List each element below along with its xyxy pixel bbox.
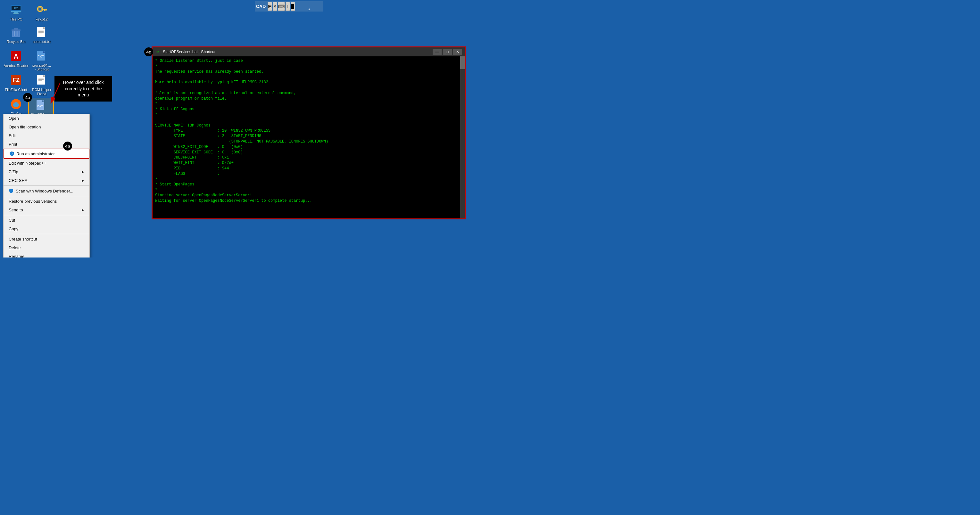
context-menu-7zip[interactable]: 7-Zip ▶ [3, 168, 89, 176]
separator-3 [3, 215, 89, 215]
context-menu-scan-defender[interactable]: Scan with Windows Defender... [3, 186, 89, 195]
notes-label: notes.txt.txt [33, 40, 51, 44]
terminal-titlebar: C:\ StartOPServices.bat - Shortcut — □ ✕ [153, 48, 465, 56]
shield-icon: ✓ [9, 151, 14, 156]
step-4a-bubble: 4a [23, 93, 32, 102]
terminal-title-text: StartOPServices.bat - Shortcut [163, 50, 430, 54]
bat-icon: BAT [35, 99, 48, 112]
context-menu-run-as-admin[interactable]: ✓ Run as administrator [3, 149, 89, 159]
context-menu-open-file-location[interactable]: Open file location [3, 123, 89, 131]
acrobat-icon: A [10, 50, 22, 62]
filezilla-icon: FZ [10, 74, 22, 87]
svg-rect-9 [46, 10, 46, 11]
procexp-label: procexp64....- Shortcut [32, 64, 51, 71]
desktop-icon-recycle[interactable]: Recycle Bin [3, 25, 29, 44]
defender-icon [9, 188, 14, 193]
firefox-icon [10, 98, 22, 111]
desktop-icon-procexp[interactable]: EXE procexp64....- Shortcut [29, 50, 54, 71]
step-4c-bubble: 4c [144, 48, 153, 56]
svg-rect-3 [13, 13, 19, 14]
toolbar-btn-3[interactable]: ⌨ [278, 2, 285, 11]
toolbar-btn-2[interactable]: ✕ [273, 2, 277, 11]
svg-text:A: A [14, 53, 18, 60]
terminal-controls: — □ ✕ [433, 49, 462, 55]
terminal-content: * Oracle Listener Start...just in case *… [155, 58, 462, 204]
computer-icon: PC [10, 3, 22, 16]
filezilla-label: FileZilla Client [5, 88, 27, 92]
run-as-admin-label: Run as administrator [16, 152, 55, 156]
context-menu-edit[interactable]: Edit [3, 131, 89, 140]
svg-text:PC: PC [14, 7, 18, 10]
instruction-arrow [48, 79, 64, 111]
acrobat-label: Acrobat Reader [3, 64, 28, 68]
submenu-arrow-crc: ▶ [82, 179, 84, 182]
top-toolbar: CAD ⊞ ✕ ⌨ I ▊ ∧ [255, 1, 323, 11]
text-file-icon [35, 25, 48, 38]
context-menu-delete[interactable]: Delete [3, 243, 89, 252]
context-menu-edit-notepad[interactable]: Edit with Notepad++ [3, 159, 89, 168]
context-menu-create-shortcut[interactable]: Create shortcut [3, 235, 89, 243]
recycle-bin-icon [10, 25, 22, 38]
terminal-scrollbar[interactable] [460, 56, 465, 219]
context-menu-send-to[interactable]: Send to ▶ [3, 206, 89, 214]
desktop-icon-filezilla[interactable]: FZ FileZilla Client [3, 74, 29, 92]
exe-icon: EXE [35, 50, 48, 62]
terminal-close-btn[interactable]: ✕ [453, 49, 462, 55]
svg-rect-13 [14, 28, 18, 30]
separator-1 [3, 185, 89, 186]
terminal-window: C:\ StartOPServices.bat - Shortcut — □ ✕… [151, 46, 466, 219]
toolbar-btn-5[interactable]: ▊ [291, 2, 295, 11]
svg-point-6 [38, 6, 43, 11]
toolbar-btn-4[interactable]: I [286, 2, 290, 11]
desktop-icon-keyp12[interactable]: key.p12 [29, 3, 54, 21]
desktop-icon-thispc[interactable]: PC This PC [3, 3, 29, 21]
keyp12-label: key.p12 [36, 17, 48, 21]
terminal-maximize-btn[interactable]: □ [443, 49, 452, 55]
key-icon [35, 3, 48, 16]
context-menu-cut[interactable]: Cut [3, 216, 89, 225]
desktop-icon-notes[interactable]: notes.txt.txt [29, 25, 54, 44]
context-menu-open[interactable]: Open [3, 114, 89, 123]
terminal-scrollbar-thumb[interactable] [460, 56, 465, 69]
terminal-title-icon: C:\ [155, 49, 160, 54]
chevron-down-icon: ∧ [308, 7, 310, 11]
context-menu-crc-sha[interactable]: CRC SHA ▶ [3, 176, 89, 185]
terminal-body: * Oracle Listener Start...just in case *… [153, 56, 465, 219]
cmd-icon: C:\ [155, 49, 160, 54]
svg-point-7 [39, 8, 41, 10]
separator-4 [3, 234, 89, 234]
context-menu-restore-versions[interactable]: Restore previous versions [3, 197, 89, 206]
context-menu-copy[interactable]: Copy [3, 225, 89, 233]
desktop-icon-acrobat[interactable]: A Acrobat Reader [3, 50, 29, 68]
svg-line-45 [51, 82, 60, 103]
cad-label: CAD [256, 4, 266, 9]
recycle-bin-label: Recycle Bin [7, 40, 25, 44]
rcm-icon [35, 74, 48, 87]
context-menu-print[interactable]: Print [3, 140, 89, 149]
svg-text:EXE: EXE [38, 55, 44, 59]
svg-text:FZ: FZ [13, 77, 19, 83]
context-menu: Open Open file location Edit Print ✓ Run… [3, 114, 90, 258]
separator-2 [3, 196, 89, 196]
terminal-minimize-btn[interactable]: — [433, 49, 442, 55]
svg-rect-10 [44, 10, 45, 11]
toolbar-btn-1[interactable]: ⊞ [267, 2, 272, 11]
svg-text:✓: ✓ [11, 152, 13, 155]
thispc-label: This PC [10, 17, 22, 21]
svg-text:C:\: C:\ [156, 51, 160, 54]
svg-text:BAT: BAT [38, 105, 43, 108]
submenu-arrow-7zip: ▶ [82, 170, 84, 174]
svg-rect-8 [42, 9, 47, 10]
svg-rect-2 [14, 12, 18, 13]
step-4b-bubble: 4b [63, 141, 72, 151]
submenu-arrow-sendto: ▶ [82, 208, 84, 212]
context-menu-rename[interactable]: Rename [3, 252, 89, 258]
